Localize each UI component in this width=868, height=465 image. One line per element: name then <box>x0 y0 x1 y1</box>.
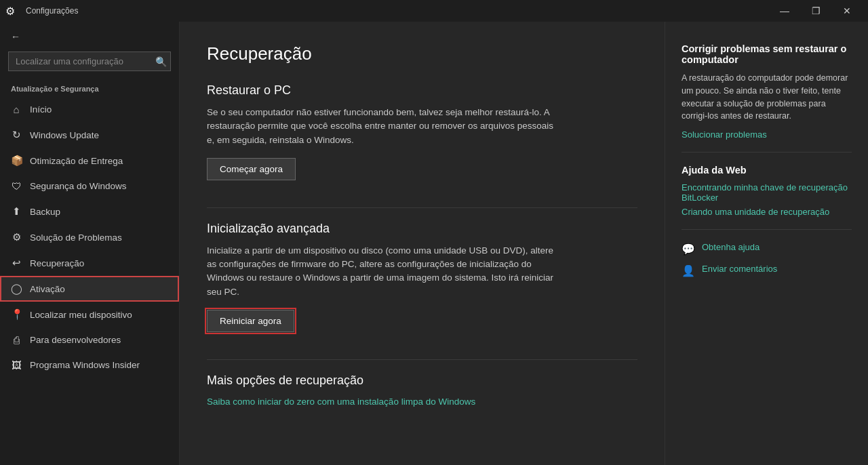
sidebar-item-inicio[interactable]: ⌂ Início <box>0 97 179 122</box>
obtenha-ajuda-label: Obtenha ajuda <box>702 242 760 252</box>
sidebar-item-windows-update[interactable]: ↻ Windows Update <box>0 122 179 148</box>
sidebar-item-localizar[interactable]: 📍 Localizar meu dispositivo <box>0 302 179 327</box>
sidebar-item-desenvolvedores[interactable]: ⎙ Para desenvolvedores <box>0 327 179 352</box>
right-divider-1 <box>682 152 852 153</box>
sidebar-item-seguranca-label: Segurança do Windows <box>30 181 127 191</box>
back-button[interactable]: ← <box>0 27 179 46</box>
search-input[interactable] <box>8 52 171 71</box>
sidebar-item-ativacao[interactable]: ◯ Ativação <box>0 276 179 302</box>
close-button[interactable]: ✕ <box>831 0 863 22</box>
bitlocker-link[interactable]: Encontrando minha chave de recuperação B… <box>682 182 852 203</box>
sidebar-item-otimizacao-label: Otimização de Entrega <box>30 156 123 166</box>
sidebar-item-recuperacao[interactable]: ↩ Recuperação <box>0 250 179 276</box>
back-icon: ← <box>11 31 20 42</box>
sidebar-item-localizar-label: Localizar meu dispositivo <box>30 310 132 320</box>
sidebar-item-backup[interactable]: ⬆ Backup <box>0 199 179 224</box>
otimizacao-icon: 📦 <box>11 155 22 167</box>
solucionar-link[interactable]: Solucionar problemas <box>682 129 852 140</box>
sidebar-item-ativacao-label: Ativação <box>30 284 65 294</box>
sidebar-item-insider-label: Programa Windows Insider <box>30 360 140 370</box>
sidebar-item-recuperacao-label: Recuperação <box>30 258 84 268</box>
insider-icon: 🖼 <box>11 359 22 371</box>
minimize-button[interactable]: — <box>769 0 800 22</box>
sidebar-item-otimizacao[interactable]: 📦 Otimização de Entrega <box>0 148 179 174</box>
titlebar: ⚙ Configurações — ❐ ✕ <box>0 0 868 22</box>
sidebar-item-backup-label: Backup <box>30 207 60 217</box>
sidebar-item-desenvolvedores-label: Para desenvolvedores <box>30 335 121 345</box>
recuperacao-icon: ↩ <box>11 257 22 269</box>
app-container: ← 🔍 Atualização e Segurança ⌂ Início ↻ W… <box>0 22 868 465</box>
sidebar-item-windows-update-label: Windows Update <box>30 130 99 140</box>
right-title-2: Ajuda da Web <box>682 165 852 176</box>
page-title: Recuperação <box>207 43 637 64</box>
clean-install-link[interactable]: Saiba como iniciar do zero com uma insta… <box>207 397 475 407</box>
obtenha-ajuda-item[interactable]: 💬 Obtenha ajuda <box>682 242 852 256</box>
search-box: 🔍 <box>8 52 171 71</box>
sidebar-item-solucao-label: Solução de Problemas <box>30 232 122 243</box>
more-options-title: Mais opções de recuperação <box>207 373 637 388</box>
enviar-comentarios-label: Enviar comentários <box>702 264 777 274</box>
seguranca-icon: 🛡 <box>11 180 22 192</box>
sidebar-item-inicio-label: Início <box>30 104 52 115</box>
main-content: Recuperação Restaurar o PC Se o seu comp… <box>180 22 665 465</box>
sidebar-item-insider[interactable]: 🖼 Programa Windows Insider <box>0 352 179 378</box>
backup-icon: ⬆ <box>11 205 22 218</box>
ativacao-icon: ◯ <box>11 283 22 295</box>
right-desc-1: A restauração do computador pode demorar… <box>682 72 852 123</box>
enviar-comentarios-item[interactable]: 👤 Enviar comentários <box>682 264 852 277</box>
advanced-startup-desc: Inicialize a partir de um dispositivo ou… <box>207 244 559 299</box>
titlebar-controls: — ❐ ✕ <box>769 0 863 22</box>
feedback-icon: 👤 <box>682 264 695 277</box>
sidebar-item-solucao[interactable]: ⚙ Solução de Problemas <box>0 224 179 250</box>
right-panel: Corrigir problemas sem restaurar o compu… <box>665 22 868 465</box>
divider-1 <box>207 207 637 208</box>
restore-pc-title: Restaurar o PC <box>207 83 637 98</box>
right-divider-2 <box>682 229 852 230</box>
reiniciar-agora-button[interactable]: Reiniciar agora <box>207 310 294 332</box>
help-icon: 💬 <box>682 243 695 256</box>
divider-2 <box>207 359 637 360</box>
recovery-drive-link[interactable]: Criando uma unidade de recuperação <box>682 207 852 217</box>
restore-pc-desc: Se o seu computador não estiver funciona… <box>207 106 559 147</box>
titlebar-title: Configurações <box>26 6 78 16</box>
desenvolvedores-icon: ⎙ <box>11 334 22 346</box>
solucao-icon: ⚙ <box>11 231 22 243</box>
right-title-1: Corrigir problemas sem restaurar o compu… <box>682 43 852 65</box>
comecar-agora-button[interactable]: Começar agora <box>207 158 296 180</box>
windows-update-icon: ↻ <box>11 129 22 141</box>
inicio-icon: ⌂ <box>11 104 22 115</box>
sidebar-item-seguranca[interactable]: 🛡 Segurança do Windows <box>0 174 179 199</box>
localizar-icon: 📍 <box>11 308 22 321</box>
advanced-startup-title: Inicialização avançada <box>207 222 637 236</box>
maximize-button[interactable]: ❐ <box>800 0 831 22</box>
search-icon-button[interactable]: 🔍 <box>155 56 167 67</box>
sidebar: ← 🔍 Atualização e Segurança ⌂ Início ↻ W… <box>0 22 180 465</box>
app-icon: ⚙ <box>5 5 15 18</box>
sidebar-section-title: Atualização e Segurança <box>0 79 179 97</box>
